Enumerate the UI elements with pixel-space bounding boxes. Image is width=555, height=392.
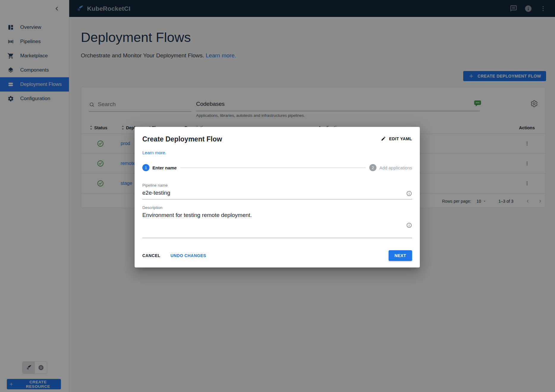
pipeline-name-input[interactable] [142, 188, 412, 199]
info-outline-icon [406, 222, 412, 235]
pipeline-name-field: Pipeline name [142, 183, 412, 199]
info-outline-icon [406, 191, 412, 196]
dialog-header: Create Deployment Flow EDIT YAML [142, 135, 412, 144]
dialog-footer: CANCEL UNDO CHANGES NEXT [142, 250, 412, 263]
stepper-connector [180, 168, 366, 168]
description-area: Environment for testing remote deploymen… [142, 211, 412, 238]
pencil-icon [381, 136, 386, 141]
edit-yaml-button[interactable]: EDIT YAML [381, 136, 412, 141]
pipeline-name-label: Pipeline name [142, 183, 412, 188]
create-deployment-flow-dialog: Create Deployment Flow EDIT YAML Learn m… [135, 127, 420, 267]
step-2-indicator: 2 [369, 164, 376, 171]
undo-changes-button[interactable]: UNDO CHANGES [168, 251, 209, 260]
step-1-label: Enter name [152, 165, 177, 170]
step-2-label: Add applications [379, 165, 412, 170]
description-input[interactable]: Environment for testing remote deploymen… [142, 211, 401, 235]
stepper: 1 Enter name 2 Add applications [142, 164, 412, 171]
cancel-button[interactable]: CANCEL [139, 251, 163, 260]
dialog-learn-more-link[interactable]: Learn more. [142, 150, 166, 155]
dialog-title: Create Deployment Flow [142, 135, 222, 144]
description-field: Description Environment for testing remo… [142, 205, 412, 238]
app-screen: KubeRocketCI [0, 0, 555, 392]
step-1-indicator: 1 [142, 164, 149, 171]
next-button[interactable]: NEXT [389, 250, 412, 261]
description-label: Description [142, 205, 412, 210]
